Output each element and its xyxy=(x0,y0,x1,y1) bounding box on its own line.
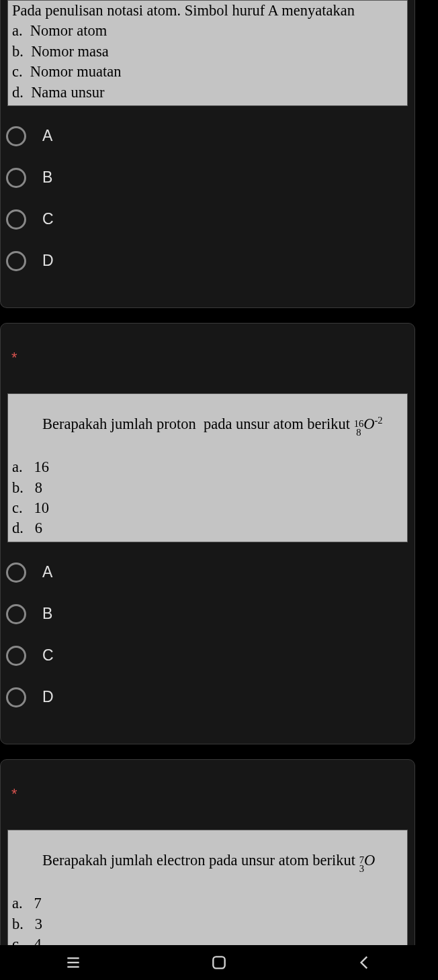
home-button[interactable] xyxy=(179,949,259,976)
radio-icon xyxy=(6,646,26,666)
back-button[interactable] xyxy=(324,949,405,976)
radio-icon xyxy=(6,687,26,707)
atom-mass-number: 168 xyxy=(354,420,364,437)
option-b[interactable]: B xyxy=(6,157,409,199)
question-image: Berapakah jumlah proton pada unsur atom … xyxy=(7,393,408,542)
recent-apps-icon xyxy=(64,954,82,971)
question-card: Pada penulisan notasi atom. Simbol huruf… xyxy=(0,0,415,308)
option-d[interactable]: D xyxy=(6,240,409,282)
option-a[interactable]: A xyxy=(6,115,409,157)
option-c[interactable]: C xyxy=(6,199,409,240)
question-main: Berapakah jumlah proton pada unsur atom … xyxy=(42,415,354,432)
radio-icon xyxy=(6,251,26,271)
radio-icon xyxy=(6,168,26,188)
option-b[interactable]: B xyxy=(6,593,409,635)
option-a[interactable]: A xyxy=(6,552,409,593)
question-card: * Berapakah jumlah proton pada unsur ato… xyxy=(0,323,415,744)
question-text: a. Nomor atom xyxy=(12,21,403,41)
radio-icon xyxy=(6,209,26,230)
question-text: b. 8 xyxy=(12,478,403,498)
option-d[interactable]: D xyxy=(6,677,409,718)
question-image: Pada penulisan notasi atom. Simbol huruf… xyxy=(7,0,408,106)
option-label: D xyxy=(42,252,54,270)
question-text: b. Nomor masa xyxy=(12,42,403,62)
question-text: d. Nama unsur xyxy=(12,83,403,103)
required-mark: * xyxy=(1,324,414,366)
radio-icon xyxy=(6,562,26,583)
question-text: c. Nomor muatan xyxy=(12,62,403,82)
option-c[interactable]: C xyxy=(6,635,409,677)
question-text: a. 16 xyxy=(12,457,403,477)
question-text: c. 10 xyxy=(12,498,403,518)
android-nav-bar xyxy=(0,945,438,980)
option-label: A xyxy=(42,563,52,581)
options-group: A B C D xyxy=(1,106,414,282)
option-label: C xyxy=(42,210,54,228)
option-label: C xyxy=(42,646,54,665)
options-group: A B C D xyxy=(1,542,414,718)
atom-symbol: O xyxy=(363,415,374,432)
atom-charge: -2 xyxy=(374,415,382,426)
required-mark: * xyxy=(1,760,414,803)
radio-icon xyxy=(6,604,26,624)
question-text: Pada penulisan notasi atom. Simbol huruf… xyxy=(12,1,403,21)
radio-icon xyxy=(6,126,26,146)
atom-mass-number: 73 xyxy=(359,856,364,873)
atom-symbol: O xyxy=(364,852,375,869)
question-text: Berapakah jumlah proton pada unsur atom … xyxy=(12,394,403,457)
form-scroll-area[interactable]: Pada penulisan notasi atom. Simbol huruf… xyxy=(0,0,415,980)
question-text: Berapakah jumlah electron pada unsur ato… xyxy=(12,830,403,893)
question-text: b. 3 xyxy=(12,914,403,934)
back-icon xyxy=(356,954,374,971)
svg-rect-3 xyxy=(213,957,224,968)
option-label: D xyxy=(42,688,54,706)
question-main: Berapakah jumlah electron pada unsur ato… xyxy=(42,852,359,869)
option-label: B xyxy=(42,168,52,187)
question-text: a. 7 xyxy=(12,893,403,914)
option-label: A xyxy=(42,127,52,145)
option-label: B xyxy=(42,605,52,623)
question-text: d. 6 xyxy=(12,518,403,538)
home-icon xyxy=(210,954,228,971)
recent-apps-button[interactable] xyxy=(33,949,114,976)
